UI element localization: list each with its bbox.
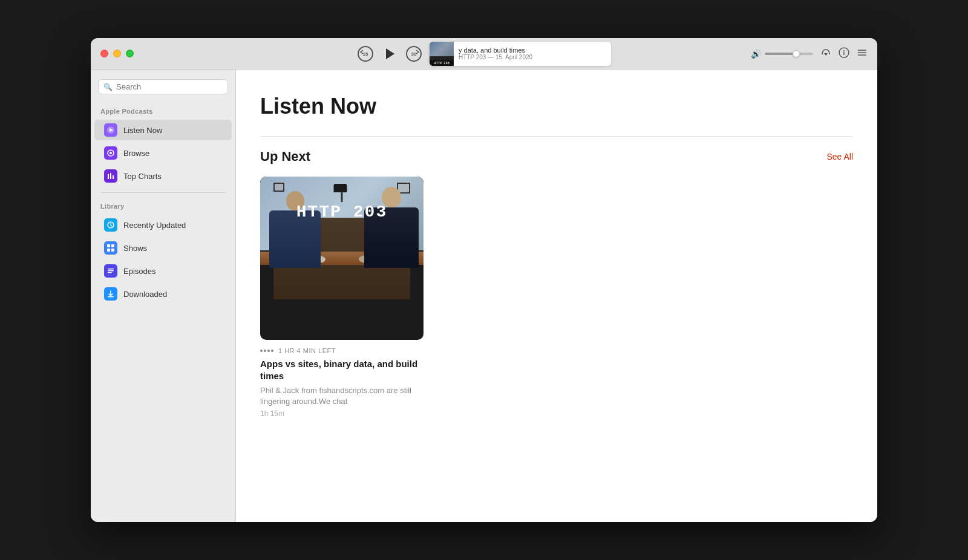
see-all-button[interactable]: See All	[826, 152, 853, 161]
episodes-label: Episodes	[123, 267, 155, 276]
svg-rect-24	[108, 270, 114, 272]
search-container: 🔍	[91, 79, 235, 102]
person-right	[364, 187, 419, 268]
listen-now-label: Listen Now	[123, 126, 162, 135]
svg-rect-19	[107, 244, 110, 247]
show-name-logo: HTTP 203	[296, 203, 387, 221]
svg-marker-5	[824, 53, 828, 56]
skip-forward-button[interactable]: 30	[405, 45, 422, 62]
svg-rect-15	[108, 174, 109, 179]
recently-updated-icon	[104, 218, 117, 232]
svg-text:i: i	[843, 50, 845, 56]
sidebar: 🔍 Apple Podcasts Listen Now	[91, 70, 236, 522]
volume-control: 🔊	[751, 49, 813, 59]
svg-text:30: 30	[411, 51, 417, 57]
volume-icon: 🔊	[751, 49, 761, 59]
svg-rect-20	[111, 244, 114, 247]
content-area: Listen Now Up Next See All	[236, 70, 877, 522]
progress-dots	[260, 350, 273, 352]
skip-back-button[interactable]: 15	[357, 45, 374, 62]
app-window: 15 30	[91, 38, 877, 522]
listen-now-icon	[104, 123, 117, 137]
browse-icon	[104, 146, 117, 160]
sidebar-item-top-charts[interactable]: Top Charts	[94, 166, 232, 186]
search-input[interactable]	[116, 82, 223, 91]
shows-icon	[104, 241, 117, 255]
svg-rect-22	[111, 249, 114, 252]
search-icon: 🔍	[103, 83, 113, 91]
svg-rect-21	[107, 249, 110, 252]
library-section-label: Library	[91, 199, 235, 212]
downloaded-label: Downloaded	[123, 290, 167, 299]
page-title: Listen Now	[260, 94, 853, 119]
dot-3	[267, 350, 270, 352]
play-button[interactable]	[382, 47, 397, 61]
podcast-thumbnail: HTTP 203	[260, 177, 424, 340]
sidebar-item-recently-updated[interactable]: Recently Updated	[94, 215, 232, 235]
up-next-header: Up Next See All	[260, 149, 853, 164]
card-title: Apps vs sites, binary data, and build ti…	[260, 358, 424, 382]
sidebar-divider	[100, 192, 226, 193]
minimize-button[interactable]	[113, 50, 121, 57]
svg-marker-2	[386, 48, 394, 59]
sidebar-item-listen-now[interactable]: Listen Now	[94, 120, 232, 140]
sidebar-item-episodes[interactable]: Episodes	[94, 261, 232, 281]
titlebar-center: 15 30	[357, 42, 611, 66]
now-playing-info: y data, and build times HTTP 203 — 15. A…	[454, 44, 611, 63]
section-divider	[260, 136, 853, 137]
info-icon[interactable]: i	[839, 47, 849, 60]
traffic-lights	[100, 50, 134, 57]
svg-rect-25	[108, 272, 112, 273]
browse-label: Browse	[123, 149, 149, 158]
card-description: Phil & Jack from fishandscripts.com are …	[260, 385, 424, 407]
close-button[interactable]	[100, 50, 108, 57]
sidebar-item-shows[interactable]: Shows	[94, 238, 232, 258]
volume-slider[interactable]	[765, 53, 813, 55]
now-playing-thumbnail: HTTP 203	[430, 42, 454, 66]
up-next-title: Up Next	[260, 149, 310, 164]
sidebar-item-browse[interactable]: Browse	[94, 143, 232, 163]
svg-rect-23	[108, 269, 114, 270]
card-duration: 1h 15m	[260, 409, 424, 418]
transport-controls: 15 30	[357, 45, 422, 62]
airplay-icon[interactable]	[820, 47, 831, 60]
search-input-wrap[interactable]: 🔍	[98, 79, 228, 94]
main-layout: 🔍 Apple Podcasts Listen Now	[91, 70, 877, 522]
downloaded-icon	[104, 287, 117, 301]
list-icon[interactable]	[857, 47, 868, 60]
svg-rect-17	[113, 175, 114, 179]
svg-text:15: 15	[363, 51, 368, 57]
dot-1	[260, 350, 263, 352]
sidebar-item-downloaded[interactable]: Downloaded	[94, 284, 232, 304]
progress-row: 1 HR 4 MIN LEFT	[260, 347, 424, 354]
titlebar: 15 30	[91, 38, 877, 70]
podcast-card[interactable]: HTTP 203 1 HR 4 MIN LEFT Apps vs sites,	[260, 177, 424, 418]
svg-rect-16	[110, 173, 111, 179]
progress-text: 1 HR 4 MIN LEFT	[278, 347, 336, 354]
dot-4	[271, 350, 273, 352]
top-charts-label: Top Charts	[123, 172, 162, 181]
titlebar-right: 🔊 i	[751, 47, 868, 60]
dot-2	[264, 350, 266, 352]
apple-podcasts-section-label: Apple Podcasts	[91, 104, 235, 117]
top-charts-icon	[104, 169, 117, 183]
episodes-icon	[104, 264, 117, 278]
svg-point-14	[110, 152, 112, 154]
shows-label: Shows	[123, 244, 147, 253]
recently-updated-label: Recently Updated	[123, 221, 186, 230]
svg-rect-26	[108, 296, 114, 298]
now-playing-card[interactable]: HTTP 203 y data, and build times HTTP 20…	[430, 42, 611, 66]
maximize-button[interactable]	[126, 50, 134, 57]
